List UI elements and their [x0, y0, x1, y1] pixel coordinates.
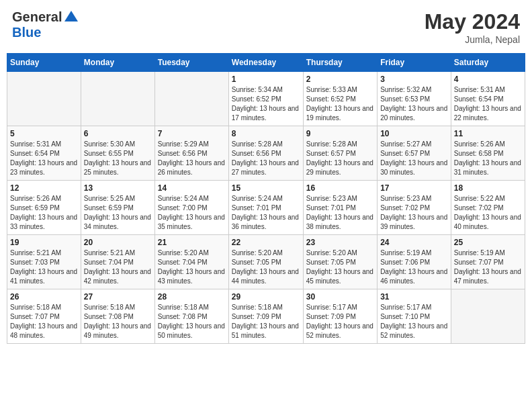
day-cell: [81, 72, 154, 126]
day-cell: 6Sunrise: 5:30 AM Sunset: 6:55 PM Daylig…: [81, 126, 154, 181]
day-number: 18: [454, 183, 522, 193]
weekday-header-wednesday: Wednesday: [228, 54, 303, 72]
logo: General Blue: [12, 9, 78, 40]
logo-arrow-icon: [64, 11, 78, 24]
day-cell: 22Sunrise: 5:20 AM Sunset: 7:05 PM Dayli…: [228, 235, 303, 289]
day-cell: 9Sunrise: 5:28 AM Sunset: 6:57 PM Daylig…: [303, 126, 377, 181]
day-number: 23: [306, 238, 374, 247]
day-info: Sunrise: 5:26 AM Sunset: 6:58 PM Dayligh…: [454, 140, 522, 177]
day-info: Sunrise: 5:28 AM Sunset: 6:57 PM Dayligh…: [306, 140, 374, 177]
day-cell: [451, 289, 525, 344]
day-cell: 1Sunrise: 5:34 AM Sunset: 6:52 PM Daylig…: [228, 72, 303, 126]
day-number: 4: [454, 75, 522, 84]
day-number: 16: [306, 183, 374, 193]
weekday-header-row: SundayMondayTuesdayWednesdayThursdayFrid…: [7, 54, 525, 72]
day-cell: 30Sunrise: 5:17 AM Sunset: 7:09 PM Dayli…: [303, 289, 377, 344]
day-info: Sunrise: 5:21 AM Sunset: 7:03 PM Dayligh…: [10, 248, 78, 286]
day-cell: 28Sunrise: 5:18 AM Sunset: 7:08 PM Dayli…: [154, 289, 228, 344]
day-number: 24: [380, 238, 448, 247]
day-cell: 21Sunrise: 5:20 AM Sunset: 7:04 PM Dayli…: [154, 235, 228, 289]
day-cell: 13Sunrise: 5:25 AM Sunset: 6:59 PM Dayli…: [81, 181, 154, 235]
day-info: Sunrise: 5:18 AM Sunset: 7:08 PM Dayligh…: [158, 303, 226, 340]
day-info: Sunrise: 5:20 AM Sunset: 7:04 PM Dayligh…: [158, 248, 226, 286]
day-cell: 8Sunrise: 5:28 AM Sunset: 6:56 PM Daylig…: [228, 126, 303, 181]
day-number: 2: [306, 75, 374, 84]
day-number: 13: [84, 183, 152, 193]
day-number: 11: [454, 129, 522, 138]
day-number: 10: [380, 129, 448, 138]
day-number: 19: [10, 238, 78, 247]
day-info: Sunrise: 5:23 AM Sunset: 7:02 PM Dayligh…: [380, 194, 448, 232]
day-info: Sunrise: 5:27 AM Sunset: 6:57 PM Dayligh…: [380, 140, 448, 177]
week-row-4: 19Sunrise: 5:21 AM Sunset: 7:03 PM Dayli…: [7, 235, 525, 289]
day-number: 14: [158, 183, 226, 193]
day-info: Sunrise: 5:20 AM Sunset: 7:05 PM Dayligh…: [232, 248, 300, 286]
day-info: Sunrise: 5:18 AM Sunset: 7:07 PM Dayligh…: [10, 303, 78, 340]
day-number: 27: [84, 292, 152, 302]
day-cell: 2Sunrise: 5:33 AM Sunset: 6:52 PM Daylig…: [303, 72, 377, 126]
day-info: Sunrise: 5:21 AM Sunset: 7:04 PM Dayligh…: [84, 248, 152, 286]
day-number: 26: [10, 292, 78, 302]
day-number: 31: [380, 292, 448, 302]
day-cell: 27Sunrise: 5:18 AM Sunset: 7:08 PM Dayli…: [81, 289, 154, 344]
day-cell: [154, 72, 228, 126]
day-cell: 15Sunrise: 5:24 AM Sunset: 7:01 PM Dayli…: [228, 181, 303, 235]
day-cell: 24Sunrise: 5:19 AM Sunset: 7:06 PM Dayli…: [378, 235, 451, 289]
day-number: 20: [84, 238, 152, 247]
day-number: 28: [158, 292, 226, 302]
month-title: May 2024: [425, 9, 520, 34]
day-info: Sunrise: 5:30 AM Sunset: 6:55 PM Dayligh…: [84, 140, 152, 177]
day-info: Sunrise: 5:26 AM Sunset: 6:59 PM Dayligh…: [10, 194, 78, 232]
weekday-header-monday: Monday: [81, 54, 154, 72]
day-cell: 10Sunrise: 5:27 AM Sunset: 6:57 PM Dayli…: [378, 126, 451, 181]
day-cell: 17Sunrise: 5:23 AM Sunset: 7:02 PM Dayli…: [378, 181, 451, 235]
day-cell: 7Sunrise: 5:29 AM Sunset: 6:56 PM Daylig…: [154, 126, 228, 181]
title-area: May 2024 Jumla, Nepal: [425, 9, 520, 45]
weekday-header-friday: Friday: [378, 54, 451, 72]
day-number: 21: [158, 238, 226, 247]
day-info: Sunrise: 5:31 AM Sunset: 6:54 PM Dayligh…: [10, 140, 78, 177]
day-info: Sunrise: 5:18 AM Sunset: 7:08 PM Dayligh…: [84, 303, 152, 340]
day-number: 29: [232, 292, 300, 302]
day-number: 8: [232, 129, 300, 138]
day-info: Sunrise: 5:31 AM Sunset: 6:54 PM Dayligh…: [454, 85, 522, 123]
day-info: Sunrise: 5:23 AM Sunset: 7:01 PM Dayligh…: [306, 194, 374, 232]
logo-general-text: General: [12, 9, 62, 25]
day-number: 6: [84, 129, 152, 138]
day-cell: 31Sunrise: 5:17 AM Sunset: 7:10 PM Dayli…: [378, 289, 451, 344]
day-cell: 25Sunrise: 5:19 AM Sunset: 7:07 PM Dayli…: [451, 235, 525, 289]
day-cell: 14Sunrise: 5:24 AM Sunset: 7:00 PM Dayli…: [154, 181, 228, 235]
day-number: 25: [454, 238, 522, 247]
day-number: 22: [232, 238, 300, 247]
day-info: Sunrise: 5:29 AM Sunset: 6:56 PM Dayligh…: [158, 140, 226, 177]
day-info: Sunrise: 5:19 AM Sunset: 7:06 PM Dayligh…: [380, 248, 448, 286]
week-row-2: 5Sunrise: 5:31 AM Sunset: 6:54 PM Daylig…: [7, 126, 525, 181]
day-cell: 29Sunrise: 5:18 AM Sunset: 7:09 PM Dayli…: [228, 289, 303, 344]
weekday-header-sunday: Sunday: [7, 54, 81, 72]
day-cell: 20Sunrise: 5:21 AM Sunset: 7:04 PM Dayli…: [81, 235, 154, 289]
day-number: 3: [380, 75, 448, 84]
day-info: Sunrise: 5:34 AM Sunset: 6:52 PM Dayligh…: [232, 85, 300, 123]
weekday-header-tuesday: Tuesday: [154, 54, 228, 72]
day-cell: 4Sunrise: 5:31 AM Sunset: 6:54 PM Daylig…: [451, 72, 525, 126]
weekday-header-thursday: Thursday: [303, 54, 377, 72]
week-row-1: 1Sunrise: 5:34 AM Sunset: 6:52 PM Daylig…: [7, 72, 525, 126]
location: Jumla, Nepal: [425, 34, 520, 45]
day-info: Sunrise: 5:25 AM Sunset: 6:59 PM Dayligh…: [84, 194, 152, 232]
day-number: 1: [232, 75, 300, 84]
day-cell: 12Sunrise: 5:26 AM Sunset: 6:59 PM Dayli…: [7, 181, 81, 235]
day-info: Sunrise: 5:24 AM Sunset: 7:00 PM Dayligh…: [158, 194, 226, 232]
day-cell: 3Sunrise: 5:32 AM Sunset: 6:53 PM Daylig…: [378, 72, 451, 126]
svg-marker-0: [64, 11, 78, 21]
day-cell: 16Sunrise: 5:23 AM Sunset: 7:01 PM Dayli…: [303, 181, 377, 235]
day-number: 30: [306, 292, 374, 302]
day-info: Sunrise: 5:20 AM Sunset: 7:05 PM Dayligh…: [306, 248, 374, 286]
day-cell: 23Sunrise: 5:20 AM Sunset: 7:05 PM Dayli…: [303, 235, 377, 289]
day-cell: 5Sunrise: 5:31 AM Sunset: 6:54 PM Daylig…: [7, 126, 81, 181]
day-cell: 26Sunrise: 5:18 AM Sunset: 7:07 PM Dayli…: [7, 289, 81, 344]
day-info: Sunrise: 5:33 AM Sunset: 6:52 PM Dayligh…: [306, 85, 374, 123]
weekday-header-saturday: Saturday: [451, 54, 525, 72]
day-info: Sunrise: 5:17 AM Sunset: 7:09 PM Dayligh…: [306, 303, 374, 340]
day-info: Sunrise: 5:18 AM Sunset: 7:09 PM Dayligh…: [232, 303, 300, 340]
week-row-3: 12Sunrise: 5:26 AM Sunset: 6:59 PM Dayli…: [7, 181, 525, 235]
